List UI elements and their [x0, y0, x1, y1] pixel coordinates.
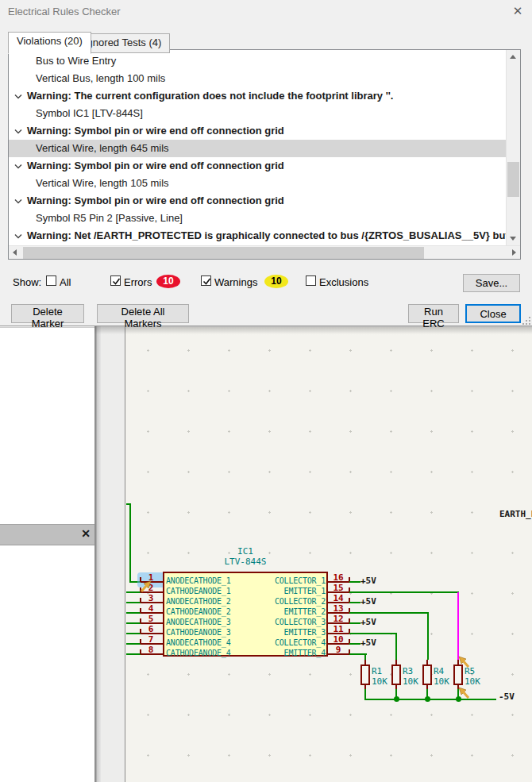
wire: [364, 654, 366, 660]
pin-number: 8: [145, 645, 157, 655]
errors-checkbox[interactable]: [110, 275, 121, 286]
pin-number: 12: [329, 614, 348, 624]
chevron-down-icon[interactable]: [14, 233, 22, 239]
exclusions-checkbox[interactable]: [306, 275, 316, 286]
junction-dot: [425, 696, 430, 702]
erc-marker-icon[interactable]: [139, 580, 152, 593]
violation-group[interactable]: Warning: Net /EARTH_PROTECTED is graphic…: [9, 227, 521, 245]
power-label[interactable]: +5V: [360, 596, 376, 607]
scroll-up-icon[interactable]: [507, 50, 520, 64]
pin-number: 6: [145, 624, 157, 634]
panel-header-bar[interactable]: ✕: [0, 524, 94, 545]
filter-row: Show: All Errors 10 Warnings 10 Exclusio…: [0, 272, 532, 295]
erc-marker-icon[interactable]: [458, 656, 471, 668]
pin-name: EMITTER_2: [245, 607, 326, 617]
power-label[interactable]: -5V: [499, 691, 515, 702]
delete-all-markers-button[interactable]: Delete All Markers: [97, 304, 189, 323]
save-button[interactable]: Save...: [463, 274, 520, 292]
pin-name: COLLECTOR_3: [245, 618, 326, 627]
scroll-down-icon[interactable]: [507, 232, 520, 245]
violation-text: Symbol IC1 [LTV-844S]: [36, 107, 143, 119]
resistor-value[interactable]: 10K: [372, 676, 387, 687]
warnings-label: Warnings: [214, 276, 257, 288]
violation-text: Warning: Symbol pin or wire end off conn…: [27, 195, 284, 206]
resistor-symbol[interactable]: [422, 665, 432, 685]
violation-text: Warning: Symbol pin or wire end off conn…: [27, 125, 284, 137]
all-checkbox[interactable]: [46, 275, 56, 286]
wire: [395, 634, 397, 660]
pin-name: ANODECATHODE_2: [166, 597, 231, 607]
violation-group[interactable]: Warning: Symbol pin or wire end off conn…: [9, 192, 521, 210]
close-button[interactable]: Close: [465, 304, 521, 323]
scroll-left-icon[interactable]: [9, 246, 22, 260]
violation-group[interactable]: Warning: The current configuration does …: [9, 87, 521, 105]
chevron-down-icon[interactable]: [14, 198, 22, 204]
erc-dialog: Electrical Rules Checker ✕ Violations (2…: [0, 0, 532, 326]
pin-number: 7: [145, 634, 157, 645]
wire: [126, 633, 141, 634]
resistor-value[interactable]: 10K: [434, 676, 449, 687]
violation-text: Bus to Wire Entry: [36, 55, 116, 67]
erc-marker-icon[interactable]: [458, 687, 471, 699]
wire: [126, 643, 141, 645]
resize-grip[interactable]: [522, 317, 530, 325]
chevron-down-icon[interactable]: [14, 164, 22, 169]
violation-item[interactable]: Vertical Wire, length 105 mils: [9, 175, 521, 192]
resistor-reference[interactable]: R1: [372, 666, 382, 676]
power-label[interactable]: +5V: [360, 617, 376, 627]
violation-item[interactable]: Symbol IC1 [LTV-844S]: [9, 105, 521, 122]
resistor-symbol[interactable]: [391, 665, 401, 685]
net-label[interactable]: EARTH_P: [499, 509, 532, 519]
errors-label: Errors: [124, 276, 152, 288]
run-erc-button[interactable]: Run ERC: [408, 304, 459, 323]
scrollbar-thumb[interactable]: [507, 162, 519, 197]
dialog-titlebar[interactable]: Electrical Rules Checker ✕: [0, 0, 532, 24]
wire: [349, 633, 397, 634]
resistor-value[interactable]: 10K: [465, 676, 480, 687]
pin-number: 14: [329, 593, 348, 603]
ic-reference[interactable]: IC1: [205, 546, 286, 557]
wire: [129, 503, 131, 583]
power-label[interactable]: +5V: [360, 638, 376, 648]
dialog-title: Electrical Rules Checker: [8, 6, 121, 17]
resistor-symbol[interactable]: [360, 665, 370, 685]
resistor-reference[interactable]: R3: [403, 666, 413, 676]
schematic-canvas[interactable]: IC1 LTV-844S 1ANODECATHODE_1 2CATHODEANO…: [125, 327, 532, 782]
warnings-checkbox[interactable]: [201, 275, 211, 286]
close-icon[interactable]: ✕: [511, 4, 525, 18]
panel-close-icon[interactable]: ✕: [81, 527, 91, 540]
pin-name: COLLECTOR_4: [245, 638, 326, 648]
pin-number: 4: [145, 603, 157, 614]
wire: [126, 622, 141, 624]
delete-marker-button[interactable]: Delete Marker: [11, 304, 84, 323]
pin-name: CATHODEANODE_4: [166, 649, 231, 658]
violation-group[interactable]: Warning: Symbol pin or wire end off conn…: [9, 157, 521, 175]
pin-name: ANODECATHODE_3: [166, 618, 231, 627]
chevron-down-icon[interactable]: [14, 129, 22, 134]
all-label: All: [60, 276, 71, 288]
violation-item-selected[interactable]: Vertical Wire, length 645 mils: [9, 140, 521, 157]
resistor-value[interactable]: 10K: [403, 676, 418, 687]
violations-list[interactable]: Bus to Wire Entry Vertical Bus, length 1…: [8, 49, 521, 260]
ic-value[interactable]: LTV-844S: [205, 557, 286, 567]
junction-dot: [394, 696, 399, 702]
pin-number: 3: [145, 593, 157, 603]
resistor-reference[interactable]: R4: [434, 666, 444, 676]
wire: [349, 643, 360, 645]
violation-text: Vertical Bus, length 100 mils: [36, 72, 165, 84]
highlighted-wire[interactable]: [457, 592, 459, 660]
power-label[interactable]: +5V: [360, 576, 376, 586]
show-label: Show:: [13, 276, 41, 288]
violation-group[interactable]: Warning: Symbol pin or wire end off conn…: [9, 122, 521, 140]
panel-splitter[interactable]: [94, 326, 101, 782]
violation-item[interactable]: Bus to Wire Entry: [9, 52, 521, 70]
tab-violations[interactable]: Violations (20): [8, 32, 91, 54]
chevron-down-icon[interactable]: [14, 94, 22, 99]
violation-item[interactable]: Symbol R5 Pin 2 [Passive, Line]: [9, 210, 521, 227]
violation-rows: Bus to Wire Entry Vertical Bus, length 1…: [9, 52, 521, 245]
scrollbar-thumb[interactable]: [23, 247, 424, 259]
vertical-scrollbar[interactable]: [506, 50, 520, 245]
violation-item[interactable]: Vertical Bus, length 100 mils: [9, 70, 521, 87]
scroll-right-icon[interactable]: [507, 246, 521, 260]
horizontal-scrollbar[interactable]: [9, 245, 521, 260]
